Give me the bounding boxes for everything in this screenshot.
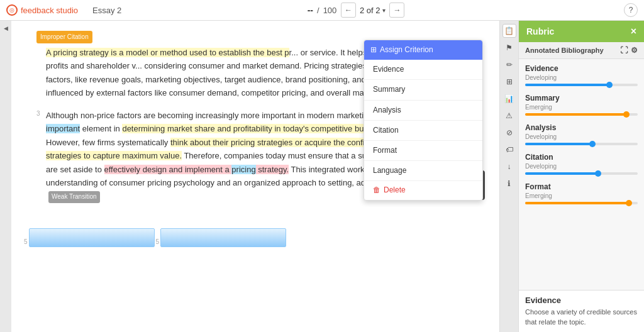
toolbar-pencil-icon[interactable]: ✏	[502, 58, 516, 72]
toolbar-flag-icon[interactable]: ⚑	[502, 41, 516, 55]
criterion-format-fill	[525, 202, 629, 204]
toolbar-warning-icon[interactable]: ⚠	[502, 109, 516, 123]
next-nav-button[interactable]: →	[389, 3, 404, 18]
left-sidebar: ◀	[0, 21, 11, 332]
right-panel: Rubric × Annotated Bibliography ⛶ ⚙ Evid…	[518, 21, 644, 332]
criterion-format-thumb[interactable]	[626, 200, 632, 206]
assign-criterion-dropdown: ⊞ Assign Criterion Evidence Summary Anal…	[364, 40, 483, 201]
criterion-analysis: Analysis Developing	[525, 123, 638, 145]
toolbar-grid-icon[interactable]: ⊞	[502, 75, 516, 89]
rubric-subheader-icons: ⛶ ⚙	[620, 46, 638, 55]
criterion-citation-level: Developing	[525, 163, 638, 170]
chart-num-5a: 5	[24, 237, 28, 247]
dropdown-item-analysis[interactable]: Analysis	[364, 101, 482, 121]
chevron-down-icon: ▾	[382, 7, 386, 14]
dropdown-item-language[interactable]: Language	[364, 161, 482, 181]
sidebar-collapse-icon[interactable]: ◀	[1, 24, 10, 33]
criterion-summary: Summary Emerging	[525, 94, 638, 116]
criterion-format-track[interactable]	[525, 202, 638, 204]
toolbar-no-icon[interactable]: ⊘	[502, 126, 516, 140]
criterion-format-name: Format	[525, 182, 638, 191]
score-area: -- / 100	[308, 5, 337, 15]
criterion-citation-fill	[525, 172, 598, 175]
logo: ◎ feedback studio	[6, 4, 78, 16]
topbar-right: ?	[624, 3, 638, 17]
chart-bar-2	[160, 228, 286, 247]
score-total: 100	[323, 6, 337, 15]
dropdown-item-citation[interactable]: Citation	[364, 121, 482, 141]
delete-label: Delete	[384, 184, 406, 196]
chart-bar-1	[29, 228, 155, 247]
criterion-evidence-track[interactable]	[525, 84, 638, 86]
criterion-evidence: Evidence Developing	[525, 64, 638, 86]
criterion-summary-thumb[interactable]	[623, 111, 630, 118]
criterion-citation-name: Citation	[525, 153, 638, 162]
criterion-format: Format Emerging	[525, 182, 638, 204]
dropdown-item-evidence[interactable]: Evidence	[364, 60, 482, 80]
criterion-format-level: Emerging	[525, 192, 638, 199]
dropdown-item-summary[interactable]: Summary	[364, 80, 482, 100]
essay-area[interactable]: 2 Improper Citation A pricing strategy i…	[11, 21, 499, 332]
trash-icon: 🗑	[373, 184, 380, 196]
score-value: --	[308, 5, 313, 15]
main-content: ◀ 2 Improper Citation A pricing strategy…	[0, 21, 644, 332]
toolbar-download-icon[interactable]: ↓	[502, 160, 516, 174]
logo-icon: ◎	[6, 4, 18, 16]
criterion-summary-name: Summary	[525, 94, 638, 102]
rubric-header: Rubric ×	[519, 21, 644, 42]
toolbar-tag-icon[interactable]: 🏷	[502, 143, 516, 157]
rubric-subheader: Annotated Bibliography ⛶ ⚙	[519, 42, 644, 59]
toolbar-rubric-icon[interactable]: 📋	[502, 24, 516, 38]
dropdown-header-label: Assign Criterion	[380, 44, 433, 56]
criterion-citation: Citation Developing	[525, 153, 638, 175]
prev-nav-button[interactable]: ←	[341, 3, 356, 18]
help-button[interactable]: ?	[624, 3, 638, 17]
criterion-citation-track[interactable]	[525, 172, 638, 175]
dropdown-grid-icon: ⊞	[370, 44, 377, 56]
weak-transition-badge: Weak Transition	[48, 191, 100, 203]
settings-icon[interactable]: ⚙	[631, 46, 638, 55]
rubric-content: Evidence Developing Summary Emerging Ana…	[519, 59, 644, 290]
score-separator: /	[317, 6, 319, 15]
evidence-section-desc: Choose a variety of credible sources tha…	[525, 307, 638, 327]
dropdown-item-format[interactable]: Format	[364, 141, 482, 161]
dropdown-delete-row[interactable]: 🗑 Delete	[364, 181, 482, 199]
rubric-title: Rubric	[526, 26, 554, 36]
page-indicator: 2 of 2 ▾	[360, 6, 386, 15]
evidence-section: Evidence Choose a variety of credible so…	[519, 290, 644, 332]
toolbar-chart-icon[interactable]: 📊	[502, 92, 516, 106]
toolbar-info-icon[interactable]: ℹ	[502, 177, 516, 191]
criterion-evidence-thumb[interactable]	[606, 82, 613, 88]
expand-icon[interactable]: ⛶	[620, 46, 628, 55]
para-num-3: 3	[36, 109, 40, 119]
improper-citation-badge: Improper Citation	[36, 31, 92, 43]
rubric-close-button[interactable]: ×	[631, 26, 636, 37]
criterion-analysis-name: Analysis	[525, 123, 638, 132]
page-display: 2 of 2	[360, 6, 380, 15]
topbar-left: ◎ feedback studio Essay 2	[6, 4, 121, 16]
criterion-summary-track[interactable]	[525, 113, 638, 116]
criterion-citation-thumb[interactable]	[595, 170, 601, 177]
criterion-summary-fill	[525, 113, 626, 116]
criterion-analysis-track[interactable]	[525, 143, 638, 145]
logo-text: feedback studio	[21, 6, 78, 15]
criterion-analysis-fill	[525, 143, 592, 145]
icon-toolbar: 📋 ⚑ ✏ ⊞ 📊 ⚠ ⊘ 🏷 ↓ ℹ	[499, 21, 518, 332]
criterion-analysis-level: Developing	[525, 133, 638, 140]
criterion-evidence-name: Evidence	[525, 64, 638, 73]
criterion-evidence-level: Developing	[525, 74, 638, 81]
topbar-center: ← 2 of 2 ▾ →	[341, 3, 405, 18]
evidence-section-title: Evidence	[525, 296, 638, 305]
essay-label: Essay 2	[92, 6, 121, 15]
criterion-analysis-thumb[interactable]	[589, 141, 596, 147]
criterion-summary-level: Emerging	[525, 104, 638, 111]
annotated-bibliography-label: Annotated Bibliography	[525, 47, 604, 54]
topbar: ◎ feedback studio Essay 2 ← 2 of 2 ▾ → -…	[0, 0, 644, 21]
criterion-evidence-fill	[525, 84, 609, 86]
chart-num-5b: 5	[156, 237, 160, 247]
dropdown-header: ⊞ Assign Criterion	[364, 40, 482, 60]
